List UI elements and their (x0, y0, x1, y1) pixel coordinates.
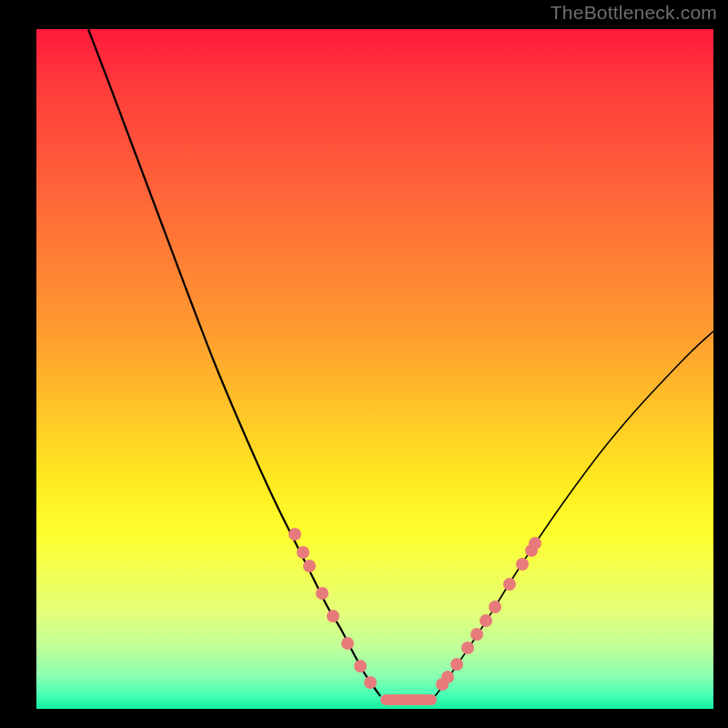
data-dot (354, 660, 367, 672)
chart-frame: TheBottleneck.com (0, 0, 728, 728)
data-dot (288, 528, 301, 541)
data-dot (450, 658, 463, 671)
data-dot (503, 578, 516, 591)
left-curve (88, 29, 380, 696)
data-dot (441, 671, 454, 683)
data-dot (327, 610, 339, 622)
data-dot (303, 560, 316, 572)
data-dot (516, 558, 529, 571)
left-dots (288, 528, 377, 689)
right-curve (435, 331, 713, 696)
data-dot (316, 587, 329, 600)
data-dot (461, 642, 474, 654)
watermark-text: TheBottleneck.com (551, 2, 717, 24)
data-dot (364, 676, 377, 689)
right-dots (436, 537, 541, 691)
data-dot (489, 601, 501, 613)
data-dot (480, 614, 492, 627)
data-dot (341, 637, 354, 650)
plot-area (36, 29, 713, 709)
bottom-bar (380, 694, 437, 705)
chart-svg (36, 29, 713, 709)
data-dot (297, 546, 309, 559)
data-dot (529, 537, 541, 550)
data-dot (470, 628, 483, 641)
